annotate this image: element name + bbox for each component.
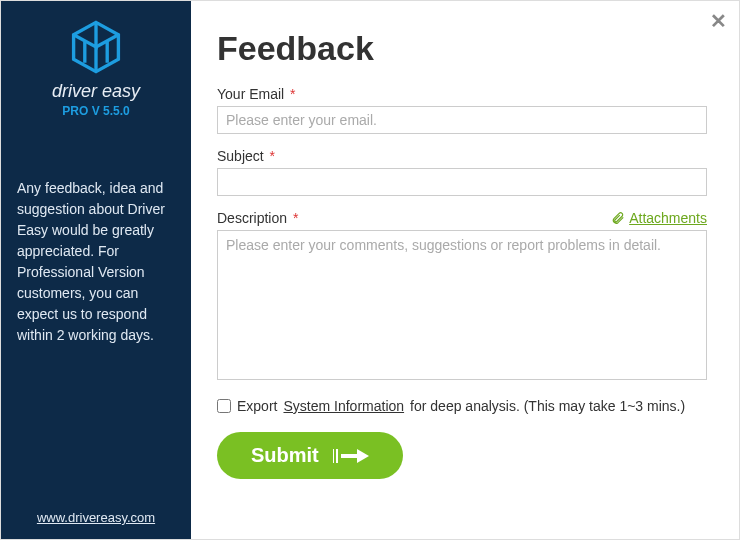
- main-panel: Feedback Your Email * Subject * Descript…: [191, 1, 739, 539]
- export-prefix: Export: [237, 398, 277, 414]
- system-information-link[interactable]: System Information: [283, 398, 404, 414]
- version-label: PRO V 5.5.0: [62, 104, 129, 118]
- attachments-label: Attachments: [629, 210, 707, 226]
- submit-button[interactable]: Submit: [217, 432, 403, 479]
- required-mark: *: [270, 148, 275, 164]
- sidebar-footer: www.drivereasy.com: [37, 510, 155, 525]
- description-label: Description *: [217, 210, 298, 226]
- sidebar-info-text: Any feedback, idea and suggestion about …: [17, 178, 175, 346]
- svg-marker-4: [357, 449, 369, 463]
- email-group: Your Email *: [217, 86, 707, 134]
- export-checkbox[interactable]: [217, 399, 231, 413]
- product-name: driver easy: [52, 81, 140, 102]
- required-mark: *: [290, 86, 295, 102]
- website-link[interactable]: www.drivereasy.com: [37, 510, 155, 525]
- description-textarea[interactable]: [217, 230, 707, 380]
- arrow-right-icon: [333, 447, 369, 465]
- export-suffix: for deep analysis. (This may take 1~3 mi…: [410, 398, 685, 414]
- description-group: Description * Attachments: [217, 210, 707, 384]
- required-mark: *: [293, 210, 298, 226]
- cube-logo-icon: [68, 19, 124, 79]
- logo: driver easy PRO V 5.5.0: [52, 19, 140, 118]
- sidebar: driver easy PRO V 5.5.0 Any feedback, id…: [1, 1, 191, 539]
- subject-group: Subject *: [217, 148, 707, 196]
- feedback-window: ✕ driver easy PRO V 5.5.0 Any feedback, …: [0, 0, 740, 540]
- attachments-link[interactable]: Attachments: [611, 210, 707, 226]
- page-title: Feedback: [217, 29, 707, 68]
- export-row: Export System Information for deep analy…: [217, 398, 707, 414]
- subject-input[interactable]: [217, 168, 707, 196]
- submit-label: Submit: [251, 444, 319, 467]
- subject-label: Subject *: [217, 148, 275, 164]
- email-input[interactable]: [217, 106, 707, 134]
- paperclip-icon: [611, 211, 625, 225]
- email-label: Your Email *: [217, 86, 296, 102]
